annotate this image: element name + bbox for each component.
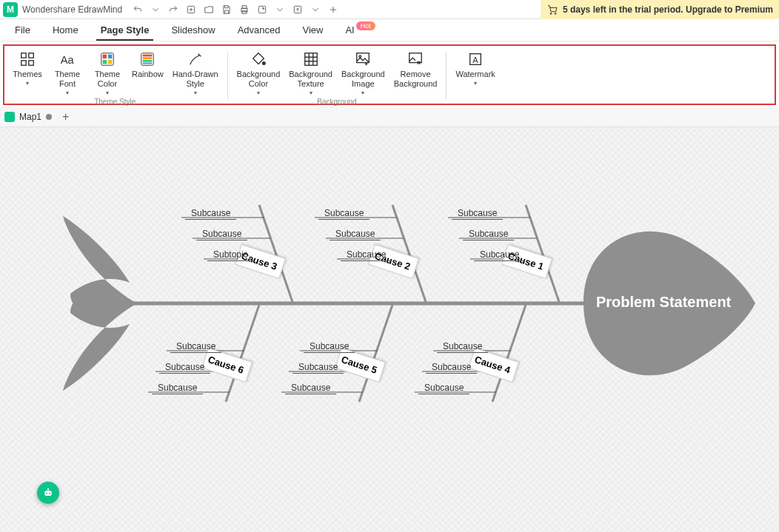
background-image-button[interactable]: Background Image ▾: [338, 49, 388, 98]
node-problem-statement[interactable]: Problem Statement: [596, 294, 731, 311]
themes-icon: [19, 50, 36, 68]
node-subcause[interactable]: Subcause: [170, 340, 221, 353]
rainbow-button[interactable]: Rainbow: [129, 49, 167, 98]
add-tab-button[interactable]: +: [59, 110, 72, 124]
node-subcause[interactable]: Subcause: [304, 340, 355, 353]
node-subcause[interactable]: Subcause: [330, 228, 381, 240]
trial-banner[interactable]: 5 days left in the trial period. Upgrade…: [541, 0, 779, 19]
canvas[interactable]: Problem Statement Cause 3 Cause 2 Cause …: [0, 127, 779, 532]
save-button[interactable]: [218, 1, 235, 18]
background-color-button[interactable]: Background Color ▾: [234, 49, 284, 98]
node-subcause[interactable]: Subcause: [292, 361, 344, 374]
node-subcause[interactable]: Subcause: [463, 228, 514, 240]
node-subcause[interactable]: Subcause: [341, 249, 392, 261]
svg-rect-17: [108, 60, 113, 64]
node-subcause[interactable]: Subcause: [426, 361, 477, 374]
menu-bar: File Home Page Style Slideshow Advanced …: [0, 19, 779, 41]
share-dropdown[interactable]: [307, 1, 324, 18]
svg-text:A: A: [472, 55, 478, 64]
tab-page-style[interactable]: Page Style: [101, 19, 150, 41]
rainbow-icon: [139, 50, 156, 68]
tab-slideshow[interactable]: Slideshow: [171, 19, 215, 41]
tab-home[interactable]: Home: [53, 19, 78, 41]
svg-rect-20: [143, 57, 153, 59]
image-icon: [355, 50, 371, 68]
node-subcause[interactable]: Subcause: [196, 228, 247, 240]
chevron-down-icon: ▾: [361, 90, 364, 96]
watermark-button[interactable]: A Watermark ▾: [452, 49, 498, 88]
color-palette-icon: [99, 50, 116, 68]
tab-file[interactable]: File: [15, 19, 30, 41]
tab-view[interactable]: View: [303, 19, 324, 41]
robot-icon: [42, 487, 54, 499]
node-subcause[interactable]: Subcause: [318, 207, 370, 220]
font-icon: Aa: [59, 50, 76, 68]
undo-button[interactable]: [130, 1, 146, 18]
svg-point-57: [49, 493, 50, 494]
ribbon-container: Themes ▾ Aa Theme Font ▾ Theme Color ▾ R…: [0, 41, 779, 107]
svg-rect-3: [242, 10, 247, 13]
svg-rect-19: [143, 55, 153, 57]
node-subcause[interactable]: Subcause: [474, 249, 525, 261]
node-subtopic[interactable]: Subtopic: [207, 249, 254, 261]
share-button[interactable]: [290, 1, 306, 18]
hand-drawn-button[interactable]: Hand-Drawn Style ▾: [170, 49, 221, 98]
title-bar: M Wondershare EdrawMind 5 days left in t…: [0, 0, 779, 19]
svg-rect-2: [242, 5, 247, 8]
redo-button[interactable]: [165, 1, 181, 18]
node-subcause[interactable]: Subcause: [285, 382, 336, 394]
unsaved-indicator-icon: [46, 114, 52, 120]
undo-dropdown[interactable]: [147, 1, 164, 18]
chevron-down-icon: ▾: [310, 90, 312, 96]
background-texture-button[interactable]: Background Texture ▾: [286, 49, 335, 98]
node-subcause[interactable]: Subcause: [452, 207, 503, 220]
node-subcause[interactable]: Subcause: [185, 207, 236, 220]
group-caption-theme-style: Theme Style: [94, 98, 136, 106]
new-button[interactable]: [183, 1, 199, 18]
doc-tab-map1[interactable]: Map1: [4, 112, 52, 122]
theme-font-button[interactable]: Aa Theme Font ▾: [49, 49, 86, 98]
svg-line-35: [359, 305, 392, 402]
export-button[interactable]: [254, 1, 270, 18]
themes-button[interactable]: Themes ▾: [9, 49, 46, 98]
remove-background-button[interactable]: Remove Background: [391, 49, 441, 98]
chevron-down-icon: ▾: [474, 80, 477, 87]
chevron-down-icon: ▾: [194, 90, 197, 96]
paint-bucket-icon: [250, 50, 267, 68]
ribbon-group-background: Background Color ▾ Background Texture ▾ …: [234, 49, 441, 102]
svg-rect-21: [143, 60, 153, 62]
node-subcause[interactable]: Subcause: [418, 382, 469, 394]
ribbon-divider: [446, 52, 447, 99]
tab-ai[interactable]: AIHot: [345, 19, 375, 41]
group-caption-background: Background: [317, 98, 356, 106]
svg-point-56: [46, 493, 47, 494]
svg-point-6: [550, 13, 552, 14]
export-dropdown[interactable]: [272, 1, 288, 18]
ribbon-group-theme-style: Themes ▾ Aa Theme Font ▾ Theme Color ▾ R…: [9, 49, 221, 102]
fishbone-diagram: [0, 127, 779, 532]
ribbon-divider: [227, 52, 228, 99]
svg-rect-15: [108, 55, 113, 59]
node-subcause[interactable]: Subcause: [152, 382, 203, 394]
chevron-down-icon: ▾: [26, 80, 29, 87]
brush-icon: [187, 50, 204, 68]
qat-customize[interactable]: [325, 1, 341, 18]
tab-advanced[interactable]: Advanced: [238, 19, 281, 41]
svg-rect-22: [143, 63, 153, 64]
svg-point-23: [262, 62, 265, 65]
document-tabs: Map1 +: [0, 107, 779, 127]
svg-line-36: [492, 305, 526, 402]
cart-icon: [546, 4, 558, 16]
theme-color-button[interactable]: Theme Color ▾: [89, 49, 126, 98]
svg-rect-9: [29, 53, 33, 58]
open-button[interactable]: [201, 1, 217, 18]
texture-icon: [303, 50, 319, 68]
svg-rect-4: [259, 6, 266, 13]
remove-image-icon: [407, 50, 424, 68]
print-button[interactable]: [236, 1, 253, 18]
node-subcause[interactable]: Subcause: [437, 340, 488, 353]
chevron-down-icon: ▾: [106, 90, 109, 96]
chat-assistant-button[interactable]: [37, 482, 59, 504]
node-subcause[interactable]: Subcause: [159, 361, 210, 374]
chevron-down-icon: ▾: [66, 90, 69, 96]
